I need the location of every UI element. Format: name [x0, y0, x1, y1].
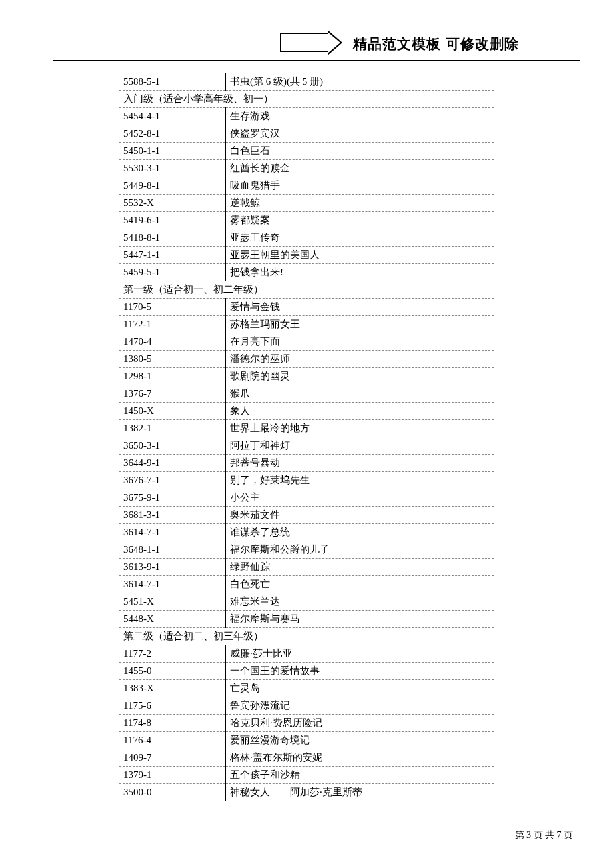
book-title: 白色巨石 [226, 143, 494, 160]
book-title: 在月亮下面 [226, 333, 494, 351]
arrow-decoration-box [280, 33, 328, 52]
book-code: 1382-1 [119, 420, 226, 437]
table-row: 3675-9-1小公主 [119, 489, 494, 507]
book-title: 威廉·莎士比亚 [226, 645, 494, 663]
table-row: 入门级（适合小学高年级、初一） [119, 91, 494, 108]
table-row: 1174-8哈克贝利·费恩历险记 [119, 715, 494, 732]
footer-suffix: 页 [564, 830, 573, 840]
book-code: 1174-8 [119, 715, 226, 732]
book-title: 奥米茄文件 [226, 507, 494, 524]
book-code: 1409-7 [119, 749, 226, 767]
table-row: 5448-X福尔摩斯与赛马 [119, 611, 494, 628]
footer-mid: 页 共 [534, 830, 555, 840]
table-row: 5419-6-1雾都疑案 [119, 212, 494, 229]
table-row: 3614-7-1白色死亡 [119, 576, 494, 593]
book-title: 潘德尔的巫师 [226, 351, 494, 368]
book-title: 白色死亡 [226, 576, 494, 593]
book-code: 3648-1-1 [119, 541, 226, 559]
book-title: 一个国王的爱情故事 [226, 663, 494, 680]
table-row: 5532-X逆戟鲸 [119, 195, 494, 212]
book-code: 1170-5 [119, 299, 226, 316]
footer-page-current: 3 [526, 830, 531, 840]
book-code: 3644-9-1 [119, 455, 226, 472]
book-title: 侠盗罗宾汉 [226, 125, 494, 143]
book-title: 吸血鬼猎手 [226, 177, 494, 195]
book-code: 1379-1 [119, 767, 226, 784]
book-title: 亡灵岛 [226, 680, 494, 697]
book-title: 神秘女人——阿加莎·克里斯蒂 [226, 784, 494, 801]
book-code: 1455-0 [119, 663, 226, 680]
book-code: 5451-X [119, 593, 226, 611]
table-row: 1298-1歌剧院的幽灵 [119, 368, 494, 385]
table-row: 5530-3-1红酋长的赎金 [119, 160, 494, 177]
table-row: 5452-8-1侠盗罗宾汉 [119, 125, 494, 143]
book-code: 1450-X [119, 403, 226, 420]
book-code: 5459-5-1 [119, 264, 226, 281]
footer-page-total: 7 [557, 830, 562, 840]
table-row: 1470-4在月亮下面 [119, 333, 494, 351]
table-row: 1170-5爱情与金钱 [119, 299, 494, 316]
table-row: 1379-1五个孩子和沙精 [119, 767, 494, 784]
footer-prefix: 第 [515, 830, 524, 840]
book-code: 1172-1 [119, 316, 226, 333]
book-code: 5454-4-1 [119, 108, 226, 125]
book-title: 逆戟鲸 [226, 195, 494, 212]
table-row: 1380-5潘德尔的巫师 [119, 351, 494, 368]
header-title: 精品范文模板 可修改删除 [353, 35, 519, 53]
book-title: 难忘米兰达 [226, 593, 494, 611]
book-code: 5450-1-1 [119, 143, 226, 160]
book-code: 5532-X [119, 195, 226, 212]
table-row: 1455-0一个国王的爱情故事 [119, 663, 494, 680]
book-title: 小公主 [226, 489, 494, 507]
book-title: 福尔摩斯与赛马 [226, 611, 494, 628]
book-title: 生存游戏 [226, 108, 494, 125]
table-row: 5450-1-1白色巨石 [119, 143, 494, 160]
book-code: 1177-2 [119, 645, 226, 663]
book-title: 爱丽丝漫游奇境记 [226, 732, 494, 749]
book-title: 阿拉丁和神灯 [226, 437, 494, 455]
book-code: 1176-4 [119, 732, 226, 749]
book-code: 3613-9-1 [119, 559, 226, 576]
table-row: 1409-7格林·盖布尔斯的安妮 [119, 749, 494, 767]
table-row: 3650-3-1阿拉丁和神灯 [119, 437, 494, 455]
book-code: 5418-8-1 [119, 229, 226, 247]
table-row: 1383-X亡灵岛 [119, 680, 494, 697]
book-code: 5448-X [119, 611, 226, 628]
book-title: 雾都疑案 [226, 212, 494, 229]
book-code: 3675-9-1 [119, 489, 226, 507]
table-row: 5588-5-1书虫(第 6 级)(共 5 册) [119, 73, 494, 91]
book-table-wrap: 5588-5-1书虫(第 6 级)(共 5 册)入门级（适合小学高年级、初一）5… [119, 73, 494, 801]
book-code: 5530-3-1 [119, 160, 226, 177]
section-header: 第二级（适合初二、初三年级） [119, 628, 494, 645]
book-title: 亚瑟王朝里的美国人 [226, 247, 494, 264]
book-code: 1175-6 [119, 697, 226, 715]
book-code: 5588-5-1 [119, 73, 226, 91]
book-title: 邦蒂号暴动 [226, 455, 494, 472]
book-title: 鲁宾孙漂流记 [226, 697, 494, 715]
section-header: 入门级（适合小学高年级、初一） [119, 91, 494, 108]
table-row: 5447-1-1亚瑟王朝里的美国人 [119, 247, 494, 264]
book-title: 歌剧院的幽灵 [226, 368, 494, 385]
book-title: 亚瑟王传奇 [226, 229, 494, 247]
table-row: 5451-X难忘米兰达 [119, 593, 494, 611]
book-title: 象人 [226, 403, 494, 420]
book-code: 1380-5 [119, 351, 226, 368]
book-title: 苏格兰玛丽女王 [226, 316, 494, 333]
table-row: 5459-5-1把钱拿出来! [119, 264, 494, 281]
book-code: 3500-0 [119, 784, 226, 801]
book-title: 红酋长的赎金 [226, 160, 494, 177]
book-code: 1383-X [119, 680, 226, 697]
table-row: 3614-7-1谁谋杀了总统 [119, 524, 494, 541]
book-title: 书虫(第 6 级)(共 5 册) [226, 73, 494, 91]
table-row: 3648-1-1福尔摩斯和公爵的儿子 [119, 541, 494, 559]
book-title: 把钱拿出来! [226, 264, 494, 281]
book-title: 五个孩子和沙精 [226, 767, 494, 784]
table-row: 1172-1苏格兰玛丽女王 [119, 316, 494, 333]
book-code: 1376-7 [119, 385, 226, 403]
book-title: 哈克贝利·费恩历险记 [226, 715, 494, 732]
table-row: 5449-8-1吸血鬼猎手 [119, 177, 494, 195]
book-code: 5452-8-1 [119, 125, 226, 143]
page-header: 精品范文模板 可修改删除 [0, 32, 613, 59]
page-footer: 第 3 页 共 7 页 [515, 829, 574, 841]
book-title: 别了，好莱坞先生 [226, 472, 494, 489]
